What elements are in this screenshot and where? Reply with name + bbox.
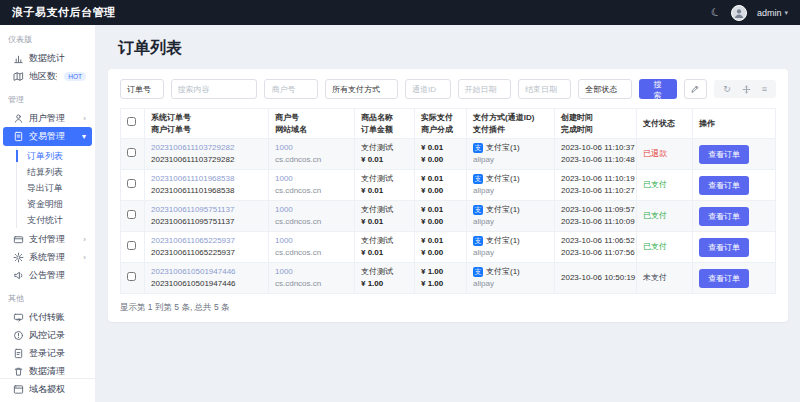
pay-method-select[interactable]: 所有支付方式 bbox=[325, 79, 398, 99]
avatar[interactable] bbox=[731, 5, 747, 21]
sidebar-item-sys-mgmt[interactable]: 系统管理 › bbox=[3, 248, 92, 266]
main-content: 订单列表 订单号 所有支付方式 bbox=[95, 25, 800, 402]
table-row: 20231006111037292822023100611103729282 1… bbox=[121, 139, 776, 170]
view-order-button[interactable]: 查看订单 bbox=[699, 269, 749, 288]
submenu-item-export-orders[interactable]: 导出订单 bbox=[17, 180, 95, 196]
channel-input-wrap bbox=[405, 79, 451, 99]
edit-filter-button[interactable] bbox=[684, 79, 708, 99]
chevron-right-icon: › bbox=[83, 253, 86, 262]
chevron-right-icon: › bbox=[83, 235, 86, 244]
header-checkbox-cell bbox=[121, 109, 145, 139]
pagination-summary: 显示第 1 到第 5 条, 总共 5 条 bbox=[120, 302, 776, 314]
row-checkbox[interactable] bbox=[127, 272, 136, 281]
alipay-icon: 支 bbox=[473, 143, 483, 153]
map-icon bbox=[13, 71, 24, 82]
sidebar-item-login-log[interactable]: 登录记录 bbox=[3, 344, 92, 362]
sys-order-no-link[interactable]: 2023100611101968538 bbox=[151, 173, 262, 185]
merchant-id-link[interactable]: 1000 bbox=[275, 266, 348, 278]
header-order-no: 系统订单号 商户订单号 bbox=[145, 109, 269, 139]
sys-order-no-link[interactable]: 2023100610501947446 bbox=[151, 266, 262, 278]
header-product: 商品名称 订单金额 bbox=[355, 109, 415, 139]
user-menu[interactable]: admin ▾ bbox=[757, 8, 788, 18]
merchant-id-link[interactable]: 1000 bbox=[275, 173, 348, 185]
row-checkbox[interactable] bbox=[127, 148, 136, 157]
end-date-input[interactable] bbox=[525, 85, 564, 94]
collapse-icon: ↤ bbox=[43, 385, 51, 396]
sidebar-item-risk-log[interactable]: 风控记录 bbox=[3, 326, 92, 344]
submenu-item-order-list[interactable]: 订单列表 bbox=[17, 148, 95, 164]
merchant-id-link[interactable]: 1000 bbox=[275, 235, 348, 247]
sidebar-item-data-stats[interactable]: 数据统计 bbox=[3, 49, 92, 67]
search-input[interactable] bbox=[178, 85, 251, 94]
row-checkbox[interactable] bbox=[127, 241, 136, 250]
pencil-icon bbox=[690, 84, 700, 94]
alipay-icon: 支 bbox=[473, 236, 483, 246]
sys-order-no-link[interactable]: 2023100611095751137 bbox=[151, 204, 262, 216]
search-button[interactable]: 搜索 bbox=[639, 79, 677, 99]
sidebar-item-pay-mgmt[interactable]: 支付管理 › bbox=[3, 230, 92, 248]
row-checkbox[interactable] bbox=[127, 179, 136, 188]
status-badge: 已支付 bbox=[643, 211, 667, 220]
table-row: 20231006110957511372023100611095751137 1… bbox=[121, 201, 776, 232]
document-icon bbox=[13, 131, 24, 142]
alipay-icon: 支 bbox=[473, 205, 483, 215]
page-title: 订单列表 bbox=[118, 38, 788, 59]
sidebar-item-label: 系统管理 bbox=[29, 251, 65, 264]
merchant-id-link[interactable]: 1000 bbox=[275, 204, 348, 216]
header-time: 创建时间 完成时间 bbox=[555, 109, 637, 139]
submenu-item-settle-list[interactable]: 结算列表 bbox=[17, 164, 95, 180]
status-select[interactable]: 全部状态 bbox=[578, 79, 631, 99]
section-label-other: 其他 bbox=[0, 284, 95, 308]
start-date-input[interactable] bbox=[465, 85, 504, 94]
hot-badge: HOT bbox=[64, 72, 86, 81]
channel-id-input[interactable] bbox=[412, 85, 444, 94]
sidebar-item-trade-mgmt[interactable]: 交易管理 ▾ bbox=[3, 127, 92, 146]
bar-chart-icon bbox=[13, 53, 24, 64]
search-input-wrap bbox=[171, 79, 258, 99]
refresh-icon[interactable]: ↻ bbox=[723, 85, 731, 94]
gear-icon bbox=[13, 252, 24, 263]
theme-toggle-moon-icon[interactable]: ☾ bbox=[709, 5, 723, 21]
sidebar-item-label: 数据统计 bbox=[29, 52, 65, 65]
sys-order-no-link[interactable]: 2023100611103729282 bbox=[151, 142, 262, 154]
merchant-input[interactable] bbox=[271, 85, 310, 94]
sidebar-collapse-button[interactable]: ↤ bbox=[0, 378, 95, 402]
submenu-item-pay-stats[interactable]: 支付统计 bbox=[17, 212, 95, 228]
sidebar-item-region-stats[interactable]: 地区数据统计 HOT bbox=[3, 67, 92, 85]
warning-circle-icon bbox=[13, 330, 24, 341]
section-label-manage: 管理 bbox=[0, 85, 95, 109]
layout: 仪表版 数据统计 地区数据统计 HOT 管理 用户管理 › 交易管理 ▾ 订单列… bbox=[0, 25, 800, 402]
sidebar-item-label: 公告管理 bbox=[29, 269, 65, 282]
search-field-select[interactable]: 订单号 bbox=[120, 79, 164, 99]
sidebar-item-user-mgmt[interactable]: 用户管理 › bbox=[3, 109, 92, 127]
header-method: 支付方式(通道ID) 支付插件 bbox=[467, 109, 555, 139]
filter-bar: 订单号 所有支付方式 全部状态 搜索 bbox=[120, 79, 776, 99]
table-header-row: 系统订单号 商户订单号 商户号 网站域名 商品名称 订单金额 实际支付 bbox=[121, 109, 776, 139]
merchant-id-link[interactable]: 1000 bbox=[275, 142, 348, 154]
view-order-button[interactable]: 查看订单 bbox=[699, 238, 749, 257]
sidebar-item-transfer[interactable]: 代付转账 bbox=[3, 308, 92, 326]
status-badge: 已退款 bbox=[643, 149, 667, 158]
trade-submenu: 订单列表 结算列表 导出订单 资金明细 支付统计 bbox=[16, 148, 95, 228]
view-order-button[interactable]: 查看订单 bbox=[699, 176, 749, 195]
sidebar-item-label: 代付转账 bbox=[29, 311, 65, 324]
sidebar-item-label: 地区数据统计 bbox=[29, 70, 57, 83]
table-row: 20231006111019685382023100611101968538 1… bbox=[121, 170, 776, 201]
start-date-wrap bbox=[458, 79, 511, 99]
status-badge: 已支付 bbox=[643, 180, 667, 189]
sys-order-no-link[interactable]: 2023100611065225937 bbox=[151, 235, 262, 247]
submenu-item-funds-detail[interactable]: 资金明细 bbox=[17, 196, 95, 212]
sidebar-item-notice-mgmt[interactable]: 公告管理 bbox=[3, 266, 92, 284]
view-order-button[interactable]: 查看订单 bbox=[699, 145, 749, 164]
megaphone-icon bbox=[13, 270, 24, 281]
orders-table: 系统订单号 商户订单号 商户号 网站域名 商品名称 订单金额 实际支付 bbox=[120, 108, 776, 294]
app-title: 浪子易支付后台管理 bbox=[12, 5, 116, 20]
fullscreen-icon[interactable] bbox=[742, 85, 751, 94]
avatar-person-icon bbox=[733, 7, 745, 19]
alipay-icon: 支 bbox=[473, 267, 483, 277]
column-settings-icon[interactable]: ≡ bbox=[762, 85, 767, 94]
select-all-checkbox[interactable] bbox=[127, 117, 136, 126]
row-checkbox[interactable] bbox=[127, 210, 136, 219]
transfer-card-icon bbox=[13, 312, 24, 323]
view-order-button[interactable]: 查看订单 bbox=[699, 207, 749, 226]
